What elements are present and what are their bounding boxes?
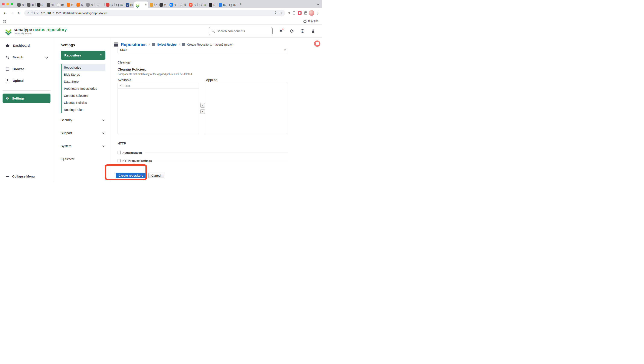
- brand-nexus-repository: nexus repository: [33, 27, 67, 32]
- settings-nav-item[interactable]: Blob Stores: [62, 71, 106, 78]
- stepper-down-icon[interactable]: ▼: [284, 50, 286, 51]
- repository-accordion-header[interactable]: Repository: [61, 51, 106, 60]
- move-right-button[interactable]: ›: [200, 103, 205, 108]
- settings-nav-item[interactable]: Content Selectors: [62, 92, 106, 99]
- cancel-button[interactable]: Cancel: [148, 173, 164, 178]
- browser-tab[interactable]: 控: [75, 2, 85, 8]
- settings-nav-section[interactable]: System: [61, 144, 106, 148]
- browser-tab[interactable]: 服: [26, 2, 35, 8]
- component-search[interactable]: [209, 27, 272, 35]
- browser-tab[interactable]: ,: [95, 2, 104, 8]
- breadcrumb-root[interactable]: Repositories: [121, 42, 146, 47]
- sidebar-item[interactable]: Dashboard: [0, 40, 53, 51]
- filter-input[interactable]: [124, 84, 197, 87]
- settings-nav-item[interactable]: Repositories: [62, 64, 106, 71]
- browser-tab[interactable]: 搜: [178, 2, 188, 8]
- browser-tab[interactable]: M Ma: [124, 2, 134, 8]
- sidebar-item[interactable]: Upload: [0, 75, 53, 87]
- browser-tab[interactable]: Ne: [104, 2, 114, 8]
- settings-nav-section-label: Security: [61, 118, 72, 122]
- chevron-down-icon: [45, 56, 48, 58]
- help-icon[interactable]: ?: [300, 29, 304, 33]
- breadcrumb-select-recipe[interactable]: Select Recipe: [157, 43, 176, 46]
- forward-button[interactable]: →: [9, 10, 15, 16]
- tab-search-button[interactable]: [315, 2, 321, 7]
- profile-avatar[interactable]: [309, 10, 314, 16]
- all-bookmarks-button[interactable]: 所有书签: [304, 20, 318, 23]
- settings-nav-section[interactable]: Support: [61, 131, 106, 135]
- ttl-input[interactable]: [120, 48, 284, 52]
- tab-favicon-glyph: M: [127, 4, 128, 6]
- browser-tab[interactable]: 首: [16, 2, 26, 8]
- browser-tab[interactable]: 17: [148, 2, 158, 8]
- browser-tab[interactable]: 解: [158, 2, 168, 8]
- apps-grid-icon[interactable]: [4, 20, 6, 23]
- v-extension-icon[interactable]: ▼: [288, 12, 290, 15]
- new-tab-button[interactable]: +: [238, 2, 244, 7]
- collapse-menu-button[interactable]: ← Collapse Menu: [6, 174, 35, 179]
- translate-icon[interactable]: 文: [273, 10, 278, 16]
- browser-tab[interactable]: 阿: [65, 2, 75, 8]
- settings-nav-item-label: Repositories: [64, 66, 81, 69]
- number-stepper[interactable]: ▲ ▼: [284, 48, 286, 51]
- back-button[interactable]: ←: [2, 10, 8, 16]
- pink-extension-icon[interactable]: [298, 11, 302, 15]
- extension-floating-badge[interactable]: [314, 41, 320, 47]
- sidebar-item[interactable]: Browse: [0, 63, 53, 75]
- sidebar-item[interactable]: Search: [0, 51, 53, 63]
- address-bar[interactable]: ⚠ 不安全 101.201.75.222:8081/#admin/reposit…: [24, 10, 285, 17]
- tab-favicon-glyph: 知: [170, 4, 172, 6]
- sidebar-item-settings[interactable]: ⚙ Settings: [2, 94, 50, 103]
- maximize-window-button[interactable]: [11, 3, 13, 5]
- authentication-checkbox[interactable]: [118, 151, 120, 154]
- chevron-up-icon: [100, 54, 102, 56]
- browser-tab[interactable]: ne: [85, 2, 94, 8]
- sync-icon[interactable]: [290, 29, 294, 33]
- browser-tab[interactable]: 知 (1: [168, 2, 178, 8]
- browser-tab[interactable]: lin: [198, 2, 208, 8]
- move-left-button[interactable]: ‹: [200, 109, 205, 114]
- browser-tab[interactable]: ma: [114, 2, 124, 8]
- component-search-input[interactable]: [216, 29, 270, 33]
- tab-favicon: [179, 3, 183, 7]
- tab-close-icon[interactable]: ×: [145, 4, 147, 6]
- settings-nav-item[interactable]: Data Store: [62, 78, 106, 85]
- close-window-button[interactable]: [2, 3, 5, 5]
- filter-field[interactable]: [118, 83, 199, 89]
- form-scroll-area[interactable]: ▲ ▼ Cleanup Cleanup Policies: Components…: [110, 48, 322, 182]
- stepper-up-icon[interactable]: ▲: [284, 48, 286, 50]
- tab-title: 创: [51, 3, 54, 7]
- divider: [145, 153, 288, 153]
- settings-nav-section-label: System: [61, 144, 71, 148]
- url-text[interactable]: 101.201.75.222:8081/#admin/repository/re…: [41, 12, 273, 15]
- notifications-bell-icon[interactable]: [279, 29, 283, 33]
- chevron-down-icon: [102, 145, 104, 147]
- bookmark-star-icon[interactable]: ☆: [278, 10, 284, 16]
- extensions-puzzle-icon[interactable]: [304, 12, 307, 15]
- security-warning[interactable]: ⚠ 不安全: [27, 11, 41, 15]
- settings-nav-item[interactable]: Proprietary Repositories: [62, 85, 106, 92]
- http-request-settings-checkbox[interactable]: [118, 159, 120, 162]
- device-extension-icon[interactable]: [293, 11, 295, 15]
- user-icon[interactable]: [311, 29, 315, 33]
- browser-tab[interactable]: ch: [227, 2, 237, 8]
- browser-tab[interactable]: Li: [208, 2, 217, 8]
- browser-tab[interactable]: C Ne: [188, 2, 198, 8]
- settings-nav-item[interactable]: Routing Rules: [62, 106, 106, 113]
- minimize-window-button[interactable]: [6, 3, 9, 5]
- browser-menu-icon[interactable]: ⋮: [315, 11, 320, 15]
- browser-tab[interactable]: 创: [45, 2, 55, 8]
- settings-nav-section[interactable]: Security: [61, 118, 106, 122]
- browser-tab[interactable]: Li: [36, 2, 45, 8]
- available-list[interactable]: [118, 89, 199, 134]
- browser-tab[interactable]: ×: [134, 2, 148, 8]
- applied-list[interactable]: [206, 83, 288, 134]
- reload-button[interactable]: ↻: [16, 10, 22, 16]
- tab-title: Ne: [194, 4, 196, 6]
- browser-tab[interactable]: lin: [217, 2, 227, 8]
- settings-nav-item[interactable]: Cleanup Policies: [62, 99, 106, 106]
- browser-tab[interactable]: Do: [55, 2, 65, 8]
- create-repository-button[interactable]: Create repository: [116, 173, 146, 178]
- ttl-field[interactable]: ▲ ▼: [118, 48, 288, 53]
- settings-nav-section[interactable]: IQ Server: [61, 157, 106, 161]
